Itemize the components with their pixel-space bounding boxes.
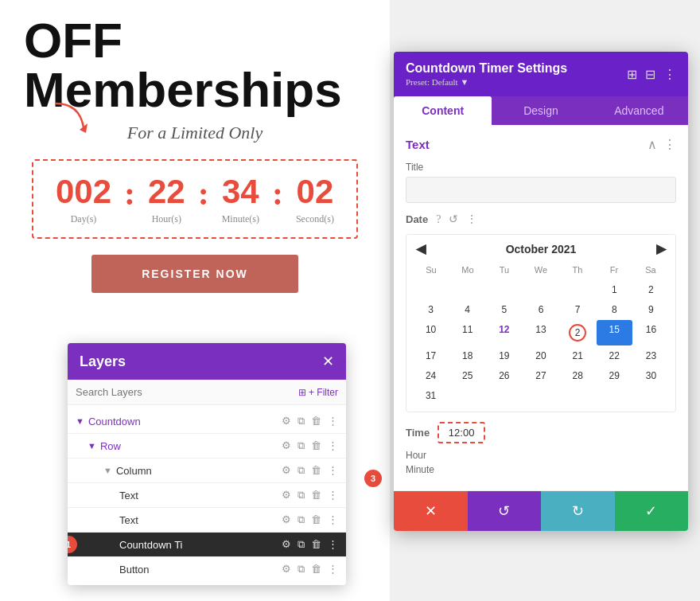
tab-design[interactable]: Design: [492, 96, 589, 125]
more-icon[interactable]: ⋮: [663, 137, 676, 152]
settings-icon[interactable]: ⚙: [282, 513, 291, 526]
cal-day-8[interactable]: 8: [597, 300, 632, 319]
cal-day-2[interactable]: 2: [633, 280, 669, 299]
copy-icon[interactable]: ⧉: [298, 415, 305, 427]
calendar-grid: Su Mo Tu We Th Fr Sa 1 2: [406, 263, 675, 412]
more-icon[interactable]: ⋮: [328, 439, 338, 452]
tab-content[interactable]: Content: [394, 96, 492, 125]
copy-icon[interactable]: ⧉: [298, 513, 305, 526]
delete-icon[interactable]: 🗑: [311, 489, 321, 501]
cal-day-20[interactable]: 20: [523, 346, 558, 365]
prev-month-button[interactable]: ◀: [416, 241, 426, 256]
delete-icon[interactable]: 🗑: [311, 464, 321, 477]
list-item[interactable]: Text ⚙ ⧉ 🗑 ⋮: [68, 508, 346, 532]
list-item[interactable]: ▼ Column ⚙ ⧉ 🗑 ⋮: [68, 459, 346, 482]
settings-subtitle: Preset: Default ▼: [406, 77, 567, 87]
copy-icon[interactable]: ⧉: [298, 464, 305, 477]
list-item[interactable]: Button ⚙ ⧉ 🗑 ⋮: [68, 557, 346, 581]
cal-day-12[interactable]: 12: [486, 320, 522, 345]
cal-day-4[interactable]: 4: [449, 300, 485, 319]
cal-day-10[interactable]: 10: [413, 320, 449, 345]
list-item[interactable]: ▼ Countdown ⚙ ⧉ 🗑 ⋮: [68, 409, 346, 433]
cal-day-5[interactable]: 5: [486, 300, 522, 319]
cal-day-6[interactable]: 6: [523, 300, 558, 319]
more-icon[interactable]: ⋮: [328, 563, 338, 576]
collapse-icon[interactable]: ∧: [648, 137, 657, 152]
settings-icon[interactable]: ⚙: [282, 439, 291, 452]
title-input[interactable]: [406, 177, 676, 203]
settings-icon[interactable]: ⚙: [282, 464, 291, 477]
settings-icon[interactable]: ⚙: [282, 415, 291, 427]
cal-day-1[interactable]: 1: [597, 280, 632, 299]
cal-day-24[interactable]: 24: [413, 366, 449, 385]
copy-icon[interactable]: ⧉: [298, 538, 305, 551]
cal-day-21[interactable]: 21: [560, 346, 596, 365]
cal-day-29[interactable]: 29: [597, 366, 632, 385]
colon-2: :: [198, 174, 209, 213]
cal-day-26[interactable]: 26: [486, 366, 522, 385]
delete-icon[interactable]: 🗑: [311, 563, 321, 576]
cal-day-18[interactable]: 18: [449, 346, 485, 365]
delete-icon[interactable]: 🗑: [311, 538, 321, 551]
list-item[interactable]: Countdown Ti 1 ⚙ ⧉ 🗑 ⋮: [68, 533, 346, 556]
cal-day-15[interactable]: 15: [597, 320, 632, 345]
filter-button[interactable]: ⊞ + Filter: [298, 387, 338, 398]
settings-tabs: Content Design Advanced: [394, 96, 688, 125]
cal-day-11[interactable]: 11: [449, 320, 485, 345]
cal-day-3[interactable]: 3: [413, 300, 449, 319]
cal-day-25[interactable]: 25: [449, 366, 485, 385]
filter-icon: ⊞: [298, 387, 306, 398]
redo-button[interactable]: ↻: [541, 491, 615, 531]
confirm-button[interactable]: ✓: [615, 491, 689, 531]
cal-day-9[interactable]: 9: [633, 300, 669, 319]
next-month-button[interactable]: ▶: [656, 241, 666, 256]
cancel-button[interactable]: ✕: [394, 491, 468, 531]
cal-day-28[interactable]: 28: [560, 366, 596, 385]
cal-day-7[interactable]: 7: [560, 300, 596, 319]
more-icon[interactable]: ⋮: [328, 464, 338, 477]
cal-day-31[interactable]: 31: [413, 386, 449, 405]
fullscreen-icon[interactable]: ⊟: [645, 67, 655, 82]
register-button[interactable]: REGISTER NOW: [91, 255, 298, 293]
hours-label: Hour(s): [148, 213, 185, 225]
minutes-label: Minute(s): [222, 213, 259, 225]
copy-icon[interactable]: ⧉: [298, 489, 305, 501]
time-input[interactable]: 12:00: [438, 422, 485, 443]
cal-day-23[interactable]: 23: [633, 346, 669, 365]
layer-actions: ⚙ ⧉ 🗑 ⋮: [282, 513, 338, 526]
cal-day-22[interactable]: 22: [597, 346, 632, 365]
settings-icon[interactable]: ⚙: [282, 538, 291, 551]
tab-advanced[interactable]: Advanced: [590, 96, 688, 125]
more-icon[interactable]: ⋮: [328, 538, 338, 551]
delete-icon[interactable]: 🗑: [311, 439, 321, 452]
cal-day: [413, 280, 449, 299]
settings-icon[interactable]: ⚙: [282, 563, 291, 576]
more-icon[interactable]: ⋮: [328, 415, 338, 427]
settings-icon[interactable]: ⚙: [282, 489, 291, 501]
more-icon[interactable]: ⋮: [328, 489, 338, 501]
list-item[interactable]: ▼ Row ⚙ ⧉ 🗑 ⋮: [68, 434, 346, 458]
copy-icon[interactable]: ⧉: [298, 439, 305, 452]
toggle-icon: ▼: [88, 441, 96, 451]
reset-icon[interactable]: ↺: [449, 213, 458, 226]
delete-icon[interactable]: 🗑: [311, 513, 321, 526]
cal-day-16[interactable]: 16: [633, 320, 669, 345]
section-controls: ∧ ⋮: [648, 137, 676, 152]
cal-day-13[interactable]: 13: [523, 320, 558, 345]
more-icon[interactable]: ⋮: [466, 213, 477, 226]
copy-icon[interactable]: ⧉: [298, 563, 305, 576]
cal-day-30[interactable]: 30: [633, 366, 669, 385]
list-item[interactable]: Text ⚙ ⧉ 🗑 ⋮: [68, 483, 346, 507]
delete-icon[interactable]: 🗑: [311, 415, 321, 427]
cal-day-14[interactable]: 2: [560, 320, 596, 345]
close-icon[interactable]: ✕: [322, 353, 334, 370]
search-input[interactable]: [76, 386, 298, 398]
more-options-icon[interactable]: ⋮: [663, 67, 676, 82]
more-icon[interactable]: ⋮: [328, 513, 338, 526]
responsive-icon[interactable]: ⊞: [627, 67, 637, 82]
cal-day-19[interactable]: 19: [486, 346, 522, 365]
help-icon[interactable]: ?: [436, 213, 441, 226]
cal-day-17[interactable]: 17: [413, 346, 449, 365]
cal-day-27[interactable]: 27: [523, 366, 558, 385]
undo-button[interactable]: ↺: [468, 491, 542, 531]
